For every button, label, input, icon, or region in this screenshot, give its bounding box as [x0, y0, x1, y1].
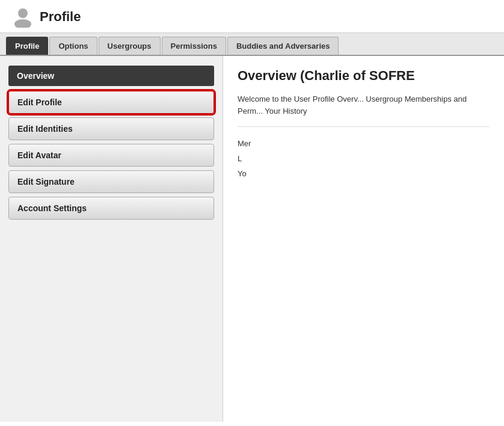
edit-signature-button[interactable]: Edit Signature: [8, 170, 214, 193]
overview-title: Overview (Charlie of SOFRE: [238, 68, 490, 84]
right-panel: Overview (Charlie of SOFRE Welcome to th…: [223, 56, 504, 422]
tab-profile[interactable]: Profile: [6, 37, 48, 55]
profile-icon: [12, 6, 34, 28]
right-label-2: L: [238, 154, 490, 163]
tab-usergroups[interactable]: Usergroups: [99, 37, 161, 55]
sidebar-overview-header: Overview: [8, 66, 214, 86]
svg-point-0: [18, 8, 28, 18]
overview-text: Welcome to the User Profile Overv... Use…: [238, 93, 490, 127]
tabs-bar: Profile Options Usergroups Permissions B…: [0, 33, 504, 56]
page-title: Profile: [40, 9, 81, 25]
header-area: Profile: [0, 0, 504, 33]
tab-options[interactable]: Options: [49, 37, 97, 55]
sidebar: Overview Edit Profile Edit Identities Ed…: [0, 56, 223, 422]
edit-identities-button[interactable]: Edit Identities: [8, 117, 214, 140]
account-settings-button[interactable]: Account Settings: [8, 197, 214, 220]
right-label-1: Mer: [238, 139, 490, 148]
svg-point-1: [14, 19, 31, 28]
edit-profile-button[interactable]: Edit Profile: [8, 91, 214, 114]
main-content: Overview Edit Profile Edit Identities Ed…: [0, 56, 504, 422]
edit-avatar-button[interactable]: Edit Avatar: [8, 144, 214, 167]
right-label-3: Yo: [238, 169, 490, 178]
tab-permissions[interactable]: Permissions: [162, 37, 226, 55]
page-wrapper: Profile Profile Options Usergroups Permi…: [0, 0, 504, 426]
tab-buddies[interactable]: Buddies and Adversaries: [227, 37, 339, 55]
